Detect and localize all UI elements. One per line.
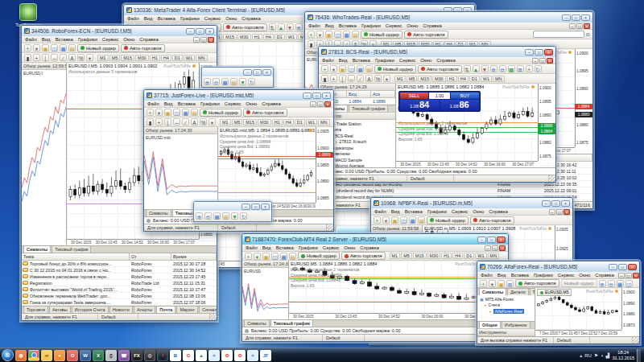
taskbar-icon-b-app[interactable]: В (170, 350, 181, 361)
tab-Общие[interactable]: Общие (479, 321, 501, 328)
window-forexclub[interactable]: 71887470: ForexClub-MT4 Real 2 Server - … (242, 233, 509, 342)
menu-item[interactable]: Файл (374, 209, 387, 214)
child-restore-icon[interactable]: □ (576, 23, 583, 29)
close-button[interactable]: × (581, 14, 590, 21)
period-button[interactable]: M30 (432, 76, 446, 82)
desktop-icon-tor-browser[interactable]: Tor Browser (11, 3, 45, 27)
tool-icon[interactable]: ↻ (248, 78, 255, 85)
hidden-window-fragment-2[interactable]: –□× ⊕⊖▦▤▼↻ (193, 201, 272, 222)
titlebar[interactable]: 70266: AlfaForex-Real - [EURUSD,M5] –□× (477, 261, 639, 272)
menu-item[interactable]: Окно (406, 23, 419, 28)
news-row[interactable]: НЛМК ПАО (dividend record day for NLMK)F… (305, 187, 592, 194)
tool-icon[interactable]: ▣ (325, 31, 332, 38)
tool-icon[interactable]: ▼ (239, 78, 246, 85)
menu-item[interactable]: Графики (180, 16, 200, 21)
menu-item[interactable]: Файл (245, 245, 258, 250)
tool-icon[interactable]: ◫ (271, 253, 279, 260)
taskbar-icon-fxpro-2[interactable]: Ф (234, 350, 246, 361)
menu-item[interactable]: Файл (480, 273, 493, 278)
hidden-window-fragment[interactable]: –□× ⊕⊖▦▤▼↻ (201, 67, 274, 88)
period-button[interactable]: W1 (286, 34, 297, 40)
bid-quote[interactable]: 1.0884 (400, 100, 440, 110)
tool-icon[interactable]: ▲ (473, 65, 480, 72)
new-order-button[interactable]: Новый ордер (200, 109, 242, 117)
new-order-button[interactable]: Новый ордер (298, 252, 340, 260)
titlebar[interactable]: 10968: NPBFX-Real - [EURUSD.m,M5] –□× (371, 198, 572, 208)
new-order-button[interactable]: Новый ордер (374, 65, 416, 73)
tick-chart[interactable] (22, 76, 66, 245)
period-button[interactable]: MN (493, 76, 505, 82)
tab-Тиковый график[interactable]: Тиковый график (270, 319, 313, 327)
tool-icon[interactable]: ◫ (348, 65, 355, 72)
tool-icon[interactable]: + (526, 65, 533, 72)
tool-icon[interactable]: ▦ (182, 109, 189, 116)
tool-icon[interactable]: │ (42, 54, 49, 61)
period-button[interactable]: D1 (275, 34, 285, 40)
taskbar-icon-excel[interactable]: X (93, 350, 104, 361)
close-button[interactable]: × (561, 200, 570, 207)
tool-icon[interactable]: ▣ (339, 65, 346, 72)
tool-icon[interactable]: ⊕ (196, 212, 203, 220)
menu-item[interactable]: Сервис (451, 209, 469, 214)
minimize-button[interactable]: – (562, 14, 571, 21)
tool-icon[interactable]: ◫ (51, 44, 58, 51)
close-button[interactable]: × (628, 264, 637, 270)
close-button[interactable]: × (261, 204, 270, 210)
tool-icon[interactable]: ∕ (182, 118, 189, 125)
menu-item[interactable]: Окно (245, 101, 258, 106)
resize-grip[interactable] (633, 337, 639, 343)
menu-item[interactable]: Вид (324, 23, 335, 28)
menu-item[interactable]: Справка (422, 23, 443, 28)
tool-icon[interactable]: + (24, 44, 31, 51)
mail-row[interactable]: Фотоотчёт выставки "World of Trading 201… (22, 286, 217, 293)
period-button[interactable]: H1 (441, 253, 452, 259)
tool-icon[interactable]: ▮ (308, 40, 315, 47)
tool-icon[interactable]: ▾ (86, 54, 93, 61)
tool-icon[interactable]: ▣ (391, 216, 398, 224)
tab-Маркет[interactable]: Маркет (176, 306, 198, 313)
taskbar-icon-metatrader-dark[interactable]: f (157, 350, 168, 361)
taskbar-icon-viber[interactable]: ☎ (118, 350, 130, 361)
tool-icon[interactable]: ▦ (60, 44, 67, 51)
minimize-button[interactable]: – (525, 49, 534, 56)
tab-Почта[interactable]: Почта (156, 306, 175, 313)
menu-item[interactable]: Вставка (157, 16, 176, 21)
maximize-button[interactable]: □ (251, 204, 260, 210)
tool-icon[interactable]: A (365, 75, 373, 82)
tool-icon[interactable]: % (374, 75, 382, 82)
tool-icon[interactable]: ▤ (365, 65, 373, 72)
menu-item[interactable]: Вставка (404, 209, 423, 214)
resize-grip[interactable] (327, 224, 333, 231)
mail-row[interactable]: Гонка за суперкарами Tesla завершена ...… (22, 299, 217, 306)
menu-item[interactable]: Вставка (352, 58, 371, 63)
period-button[interactable]: M30 (427, 253, 441, 259)
menu-item[interactable]: Графики (374, 58, 395, 63)
minimize-button[interactable]: – (242, 204, 250, 210)
period-button[interactable]: M15 (121, 55, 134, 61)
menu-item[interactable]: Сервис (204, 16, 222, 21)
taskbar-icon-mt4-terminal-2[interactable]: ≈ (247, 350, 258, 361)
tool-icon[interactable]: ▦ (617, 280, 624, 287)
lot-size-field[interactable]: 1.00 (429, 93, 450, 99)
taskbar-icon-word[interactable]: W (80, 350, 91, 361)
tool-icon[interactable]: ⊕ (490, 65, 497, 72)
menu-item[interactable]: Вставка (338, 23, 357, 28)
tool-icon[interactable]: ▲ (278, 23, 285, 31)
buy-button[interactable]: BUY (451, 93, 479, 99)
menu-item[interactable]: Вид (497, 273, 507, 278)
period-button[interactable]: M15 (413, 253, 427, 259)
tool-icon[interactable]: ∕ (60, 54, 67, 61)
tool-icon[interactable]: % (77, 54, 85, 61)
tool-icon[interactable]: ▣ (497, 280, 505, 287)
period-button[interactable]: H4 (161, 55, 171, 61)
minimize-button[interactable]: – (542, 200, 551, 207)
taskbar-icon-mt4-terminal-1[interactable]: ≈ (208, 350, 220, 361)
tab-Алерты[interactable]: Алерты (134, 306, 155, 313)
autotrade-button[interactable]: Авто-торговля (470, 216, 514, 224)
tool-icon[interactable]: │ (339, 75, 346, 82)
tick-chart[interactable] (144, 141, 217, 209)
menu-item[interactable]: Окно (343, 245, 356, 250)
tool-icon[interactable]: ▼ (287, 23, 294, 31)
tool-icon[interactable]: ⊞ (517, 65, 524, 72)
menu-item[interactable]: Вид (262, 245, 272, 250)
